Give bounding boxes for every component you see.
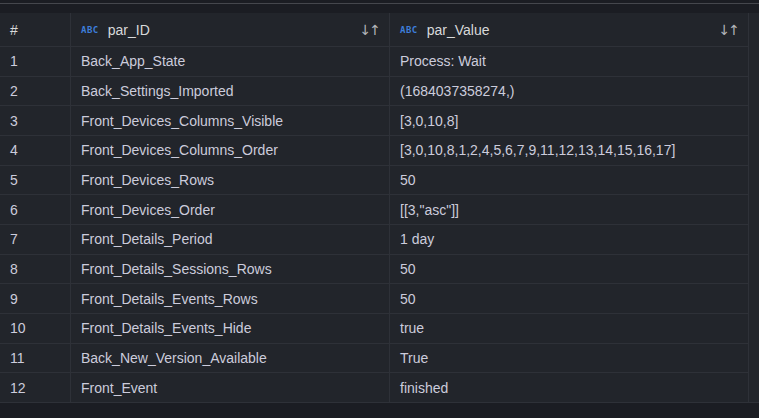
param-value-cell: finished [390,373,748,402]
row-number-cell: 9 [0,284,71,313]
header-par-id[interactable]: ABC par_ID ↓↑ [71,13,390,46]
param-value-cell: True [390,344,748,373]
table-row: 4 Front_Devices_Columns_Order [3,0,10,8,… [0,136,748,166]
row-number-cell: 3 [0,106,71,135]
table-row: 2 Back_Settings_Imported (1684037358274,… [0,77,748,107]
table-row: 10 Front_Details_Events_Hide true [0,314,748,344]
param-value-cell: 50 [390,284,748,313]
header-par-value-label: par_Value [427,22,490,38]
table-row: 5 Front_Devices_Rows 50 [0,166,748,196]
row-number-cell: 5 [0,166,71,195]
table-row: 6 Front_Devices_Order [[3,"asc"]] [0,195,748,225]
row-number-cell: 7 [0,225,71,254]
panel-top-edge [0,0,759,13]
header-par-id-label: par_ID [108,22,150,38]
param-value-cell: (1684037358274,) [390,77,748,106]
param-value-cell: 50 [390,255,748,284]
param-id-cell: Front_Event [71,373,390,402]
param-value-cell: 1 day [390,225,748,254]
table-row: 1 Back_App_State Process: Wait [0,47,748,77]
param-value-cell: [[3,"asc"]] [390,195,748,224]
param-id-cell: Front_Details_Period [71,225,390,254]
table-panel: # ABC par_ID ↓↑ ABC par_Value ↓↑ 1 Back_… [0,0,759,418]
table-body: 1 Back_App_State Process: Wait 2 Back_Se… [0,47,748,403]
header-row-number: # [0,13,71,46]
param-id-cell: Front_Devices_Columns_Visible [71,106,390,135]
param-id-cell: Front_Devices_Columns_Order [71,136,390,165]
string-type-icon: ABC [400,25,418,35]
param-id-cell: Front_Details_Events_Rows [71,284,390,313]
row-number-cell: 4 [0,136,71,165]
param-value-cell: Process: Wait [390,47,748,76]
row-number-cell: 6 [0,195,71,224]
param-value-cell: 50 [390,166,748,195]
panel-bottom-edge [0,402,759,418]
row-number-cell: 1 [0,47,71,76]
header-par-value[interactable]: ABC par_Value ↓↑ [390,13,748,46]
row-number-cell: 12 [0,373,71,402]
table-row: 11 Back_New_Version_Available True [0,344,748,374]
param-value-cell: [3,0,10,8] [390,106,748,135]
param-id-cell: Back_Settings_Imported [71,77,390,106]
params-table: # ABC par_ID ↓↑ ABC par_Value ↓↑ 1 Back_… [0,13,759,403]
table-row: 7 Front_Details_Period 1 day [0,225,748,255]
sort-icon[interactable]: ↓↑ [711,22,738,38]
param-id-cell: Front_Devices_Order [71,195,390,224]
row-number-cell: 8 [0,255,71,284]
row-number-cell: 11 [0,344,71,373]
table-row: 9 Front_Details_Events_Rows 50 [0,284,748,314]
param-id-cell: Front_Details_Sessions_Rows [71,255,390,284]
param-id-cell: Front_Devices_Rows [71,166,390,195]
row-number-cell: 10 [0,314,71,343]
table-row: 12 Front_Event finished [0,373,748,403]
param-value-cell: [3,0,10,8,1,2,4,5,6,7,9,11,12,13,14,15,1… [390,136,748,165]
param-id-cell: Back_New_Version_Available [71,344,390,373]
table-row: 3 Front_Devices_Columns_Visible [3,0,10,… [0,106,748,136]
param-value-cell: true [390,314,748,343]
param-id-cell: Front_Details_Events_Hide [71,314,390,343]
row-number-cell: 2 [0,77,71,106]
param-id-cell: Back_App_State [71,47,390,76]
string-type-icon: ABC [81,25,99,35]
panel-top-divider [0,3,759,4]
header-row-number-label: # [10,22,18,38]
table-header: # ABC par_ID ↓↑ ABC par_Value ↓↑ [0,13,748,47]
table-row: 8 Front_Details_Sessions_Rows 50 [0,255,748,285]
sort-icon[interactable]: ↓↑ [352,22,379,38]
